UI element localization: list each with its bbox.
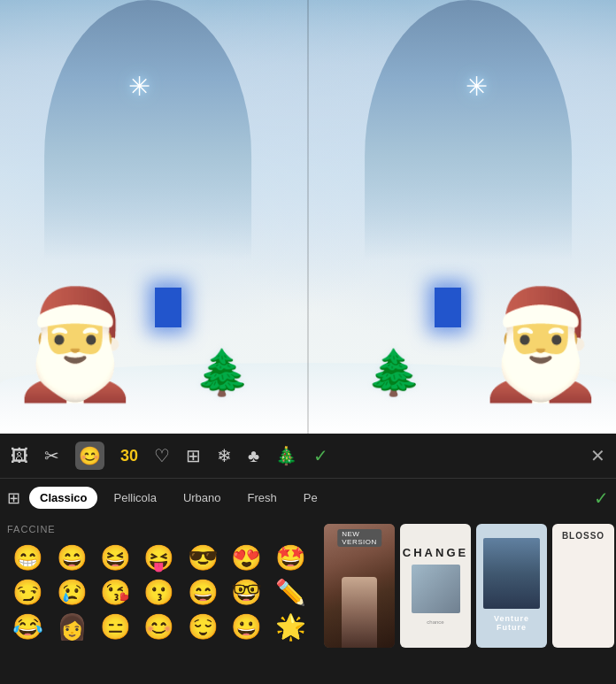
- emoji-sunglasses[interactable]: 😎: [182, 542, 224, 574]
- filter-urbano[interactable]: Urbano: [173, 487, 232, 509]
- number-display: 30: [120, 447, 138, 465]
- emoji-kiss-wink[interactable]: 😘: [95, 576, 136, 609]
- template-venture-image: [483, 538, 540, 609]
- template-change-image: [412, 565, 460, 613]
- emoji-nerd[interactable]: 🤓: [226, 576, 267, 609]
- center-divider: [307, 0, 309, 434]
- template-change-title: CHANGE: [403, 546, 468, 559]
- emoji-pencil[interactable]: ✏️: [270, 576, 312, 609]
- template-card-blosso[interactable]: BLOSSO: [552, 524, 614, 648]
- emoji-laugh[interactable]: 😆: [95, 542, 136, 574]
- cut-tool-icon[interactable]: ✂: [44, 445, 59, 466]
- blue-window-left: [155, 288, 181, 327]
- filter-classico[interactable]: Classico: [29, 487, 97, 509]
- toolbar-filters: ⊞ Classico Pellicola Urbano Fresh Pe ✓: [0, 478, 616, 517]
- template-change-subtitle: chance: [427, 619, 443, 626]
- tree-tool-icon[interactable]: 🎄: [275, 445, 297, 466]
- emoji-smirk[interactable]: 😏: [7, 576, 49, 609]
- blue-window-right: [435, 288, 461, 327]
- emoji-stuck-out-tongue[interactable]: 😝: [138, 542, 180, 574]
- template-model-figure: [342, 577, 377, 648]
- template-card-change[interactable]: CHANGE chance: [400, 524, 471, 648]
- new-badge: NEW VERSION: [337, 529, 381, 547]
- santa-right: 🎅: [474, 282, 607, 407]
- emoji-smile[interactable]: 😄: [50, 542, 92, 574]
- emoji-blush[interactable]: 😊: [138, 611, 180, 643]
- face-tool-icon[interactable]: 😊: [75, 442, 104, 470]
- film-tool-icon[interactable]: ⊞: [186, 445, 201, 466]
- emoji-panel-label: FACCINE: [7, 524, 312, 534]
- santa-left: 🎅: [9, 282, 142, 407]
- template-card-photo[interactable]: NEW VERSION: [324, 524, 395, 648]
- grid-icon[interactable]: ⊞: [7, 488, 20, 508]
- snow-tool-icon[interactable]: ❄: [217, 445, 232, 466]
- emoji-panel: FACCINE 😁 😄 😆 😝 😎 😍 🤩 😏 😢 😘 😗 😄 🤓 ✏️ 😂 👩…: [0, 517, 319, 684]
- template-venture-title: Venture Future: [483, 614, 540, 632]
- filter-pe[interactable]: Pe: [293, 487, 328, 509]
- emoji-star-struck[interactable]: 🤩: [270, 542, 312, 574]
- sparkle-right-icon: ✳: [466, 71, 488, 102]
- image-tool-icon[interactable]: 🖼: [11, 446, 28, 466]
- emoji-person[interactable]: 👩: [50, 611, 92, 643]
- arch-inner-left: [44, 0, 251, 260]
- emoji-joy[interactable]: 😂: [7, 611, 49, 643]
- emoji-grinning[interactable]: 😁: [7, 542, 49, 574]
- template-blosso-title: BLOSSO: [562, 531, 604, 541]
- arch-inner-right: [365, 0, 572, 260]
- clover-tool-icon[interactable]: ♣: [248, 446, 259, 466]
- emoji-heart-eyes[interactable]: 😍: [226, 542, 267, 574]
- filter-fresh[interactable]: Fresh: [237, 487, 288, 509]
- emoji-kiss[interactable]: 😗: [138, 576, 180, 609]
- emoji-grid: 😁 😄 😆 😝 😎 😍 🤩 😏 😢 😘 😗 😄 🤓 ✏️ 😂 👩 😑 😊 😌 😀…: [7, 542, 312, 643]
- filter-confirm-button[interactable]: ✓: [594, 488, 609, 509]
- toolbar-primary: 🖼 ✂ 😊 30 ♡ ⊞ ❄ ♣ 🎄 ✓ ✕: [0, 434, 616, 478]
- check-tool-icon[interactable]: ✓: [313, 445, 328, 466]
- emoji-haha[interactable]: 😄: [182, 576, 224, 609]
- bottom-panel: FACCINE 😁 😄 😆 😝 😎 😍 🤩 😏 😢 😘 😗 😄 🤓 ✏️ 😂 👩…: [0, 517, 616, 684]
- filter-pellicola[interactable]: Pellicola: [103, 487, 166, 509]
- template-card-venture[interactable]: Venture Future: [476, 524, 547, 648]
- close-button[interactable]: ✕: [590, 445, 605, 466]
- sparkle-left-icon: ✳: [128, 71, 150, 102]
- emoji-expressionless[interactable]: 😑: [95, 611, 136, 643]
- emoji-star[interactable]: 🌟: [270, 611, 312, 643]
- emoji-cry[interactable]: 😢: [50, 576, 92, 609]
- emoji-grin[interactable]: 😀: [226, 611, 267, 643]
- heart-tool-icon[interactable]: ♡: [154, 445, 170, 466]
- tree-left: 🌲: [195, 347, 250, 398]
- emoji-relieved[interactable]: 😌: [182, 611, 224, 643]
- tree-right: 🌲: [366, 347, 421, 398]
- main-photo: ✳ ✳ 🌲 🌲 🎅 🎅: [0, 0, 616, 434]
- template-panel: NEW VERSION CHANGE chance Venture Future…: [319, 517, 616, 684]
